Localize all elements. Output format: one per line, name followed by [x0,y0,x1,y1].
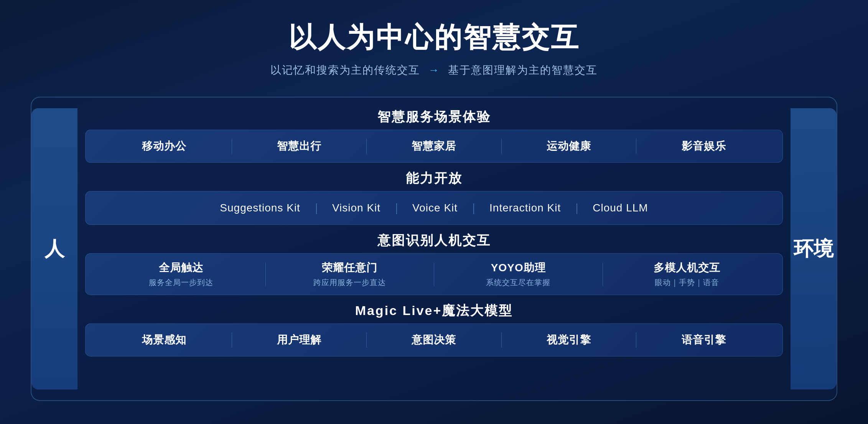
kit-voice: Voice Kit [402,202,468,214]
intent-hci-row: 全局触达 服务全局一步到达 荣耀任意门 跨应用服务一步直达 YOYO助理 系统交… [85,253,783,295]
subtitle-left: 以记忆和搜索为主的传统交互 [270,64,420,76]
cell-yoyo: YOYO助理 系统交互尽在掌握 [434,261,603,288]
magic-live-row: 场景感知 用户理解 意图决策 视觉引擎 语音引擎 [85,323,783,356]
cell-intent-decision: 意图决策 [367,333,501,347]
cell-vision-engine: 视觉引擎 [502,333,636,347]
cell-scene-perception: 场景感知 [97,333,232,347]
section-intent-hci-title: 意图识别人机交互 [85,232,783,249]
section-capability-open-title: 能力开放 [85,170,783,187]
kit-cloud-llm: Cloud LLM [582,202,659,214]
cell-user-understanding: 用户理解 [232,333,367,347]
right-side-label: 环境 [791,108,837,389]
section-intent-hci: 意图识别人机交互 全局触达 服务全局一步到达 荣耀任意门 跨应用服务一步直达 Y… [85,232,783,295]
center-content: 智慧服务场景体验 移动办公 智慧出行 智慧家居 运动健康 [77,108,791,389]
cell-sports-health: 运动健康 [502,139,636,153]
kit-sep-1: ｜ [311,201,321,215]
cell-av-entertainment: 影音娱乐 [636,139,771,153]
subtitle-right: 基于意图理解为主的智慧交互 [448,64,598,76]
cell-global-reach: 全局触达 服务全局一步到达 [97,261,265,288]
service-scene-row: 移动办公 智慧出行 智慧家居 运动健康 影音娱乐 [85,130,783,163]
cell-mobile-office: 移动办公 [97,139,232,153]
section-magic-live: Magic Live+魔法大模型 场景感知 用户理解 意图决策 视觉引擎 [85,302,783,356]
page-subtitle: 以记忆和搜索为主的传统交互 → 基于意图理解为主的智慧交互 [270,63,598,78]
kit-sep-3: ｜ [468,201,479,215]
subtitle-arrow: → [428,64,440,76]
main-frame: 人 智慧服务场景体验 移动办公 智慧出行 智慧家居 运动健康 [31,97,837,401]
page-title: 以人为中心的智慧交互 [288,19,580,56]
capability-open-row: Suggestions Kit ｜ Vision Kit ｜ Voice Kit… [85,191,783,225]
kit-sep-4: ｜ [572,201,582,215]
kit-vision: Vision Kit [321,202,391,214]
cell-multi-modal: 多模人机交互 眼动｜手势｜语音 [603,261,771,288]
cell-voice-engine: 语音引擎 [636,333,771,347]
cell-honor-door: 荣耀任意门 跨应用服务一步直达 [266,261,434,288]
kit-sep-2: ｜ [391,201,402,215]
cell-smart-home: 智慧家居 [367,139,501,153]
section-service-scene: 智慧服务场景体验 移动办公 智慧出行 智慧家居 运动健康 [85,108,783,163]
section-magic-live-title: Magic Live+魔法大模型 [85,302,783,320]
left-side-label: 人 [31,108,77,389]
cell-smart-travel: 智慧出行 [232,139,367,153]
kit-interaction: Interaction Kit [479,202,572,214]
kit-suggestions: Suggestions Kit [209,202,311,214]
section-service-scene-title: 智慧服务场景体验 [85,108,783,126]
section-capability-open: 能力开放 Suggestions Kit ｜ Vision Kit ｜ Voic… [85,170,783,225]
